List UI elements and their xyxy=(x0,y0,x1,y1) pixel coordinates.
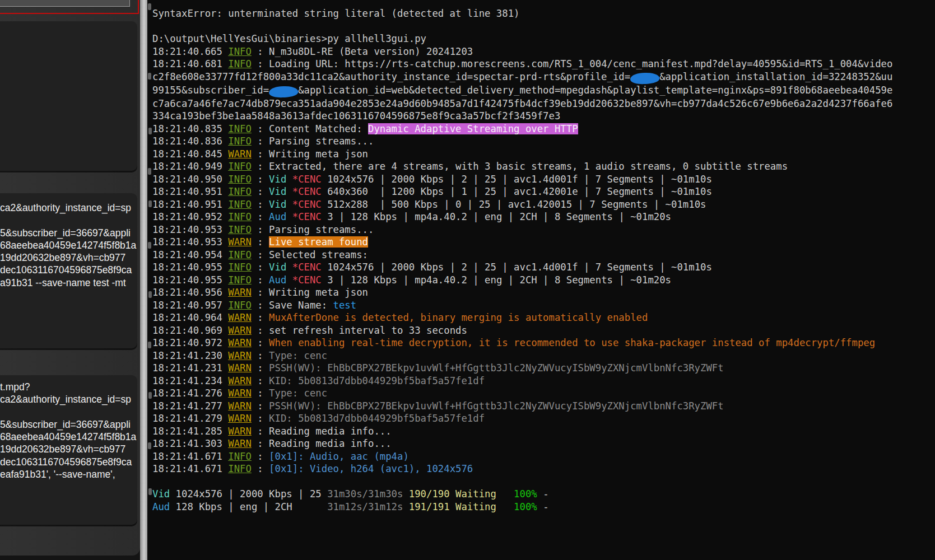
panel-text-line: 5&subscriber_id=36697&appli xyxy=(0,418,137,431)
screen: { "colors":{ "fg":"#cccccc","info":"#6f9… xyxy=(0,0,935,560)
terminal-line: Aud 128 Kbps | eng | 2CH 31m12s/31m12s 1… xyxy=(152,501,935,514)
terminal-line xyxy=(152,20,935,33)
terminal-line: 18:21:40.949 INFO : Extracted, there are… xyxy=(152,160,935,173)
panel-text-line: a91b31 --save-name test -mt xyxy=(0,277,137,289)
terminal-line: 18:21:41.303 WARN : Reading media info..… xyxy=(152,437,935,450)
terminal-line: 18:21:41.231 WARN : PSSH(WV): EhBbCBPX27… xyxy=(152,362,935,375)
terminal-line: 18:21:40.681 INFO : Loading URL: https:/… xyxy=(152,58,935,71)
terminal-line: 18:21:40.845 WARN : Writing meta json xyxy=(152,148,935,161)
terminal-line: 18:21:40.955 INFO : Vid *CENC 1024x576 |… xyxy=(152,261,935,274)
panel-text-line xyxy=(0,406,137,418)
terminal-line: SyntaxError: unterminated string literal… xyxy=(152,7,935,20)
terminal-line: Vid 1024x576 | 2000 Kbps | 25 31m30s/31m… xyxy=(152,488,935,501)
panel-text-line: 68aeebea40459e14274f5f8b1a xyxy=(0,431,137,443)
terminal-line: 334ca193bef3be1aa5848a3613afdec106311670… xyxy=(152,110,935,123)
terminal-line: 18:21:40.955 INFO : Aud *CENC 3 | 128 Kb… xyxy=(152,274,935,287)
panel-text-line xyxy=(0,214,137,226)
terminal-line: c2f8e608e33777fd12f800a33dc11ca2&authori… xyxy=(152,71,935,84)
terminal-line: 18:21:40.835 INFO : Content Matched: Dyn… xyxy=(152,123,935,136)
terminal-line: 18:21:40.957 INFO : Save Name: test xyxy=(152,299,935,312)
empty-text-panel[interactable] xyxy=(0,21,137,171)
terminal-line: c7a6ca7a46fe7ac74db879eca351ada904e2853e… xyxy=(152,97,935,110)
terminal-line: 18:21:41.671 INFO : [0x1]: Audio, aac (m… xyxy=(152,450,935,463)
terminal-line: 18:21:40.972 WARN : When enabling real-t… xyxy=(152,337,935,349)
terminal-line: 18:21:40.665 INFO : N_m3u8DL-RE (Beta ve… xyxy=(152,45,935,58)
url-text-panel[interactable]: ca2&authority_instance_id=sp 5&subscribe… xyxy=(0,193,137,348)
panel-text-line: 68aeebea40459e14274f5f8b1a xyxy=(0,239,137,251)
terminal-line: 18:21:40.956 WARN : Writing meta json xyxy=(152,286,935,299)
panel-text-line: ca2&authority_instance_id=sp xyxy=(0,393,137,405)
panel-text-line: dec1063116704596875e8f9ca xyxy=(0,456,137,468)
redaction-scribble: ##### xyxy=(269,85,299,97)
background-window-edge xyxy=(140,0,147,560)
terminal-line: 18:21:40.953 WARN : Live stream found xyxy=(152,236,935,249)
terminal-line: 18:21:40.950 INFO : Vid *CENC 1024x576 |… xyxy=(152,173,935,186)
panel-text-line: eafa91b31', '--save-name', xyxy=(0,468,137,480)
panel-text-line: t.mpd? xyxy=(0,381,137,393)
terminal-line: 18:21:41.277 WARN : PSSH(WV): EhBbCBPX27… xyxy=(152,400,935,413)
panel-text-line: 19dd20632be897&vh=cb977 xyxy=(0,443,137,455)
terminal-line: 18:21:40.952 INFO : Aud *CENC 3 | 128 Kb… xyxy=(152,211,935,223)
command-args-panel[interactable]: t.mpd?ca2&authority_instance_id=sp 5&sub… xyxy=(0,375,137,525)
terminal-line: 18:21:41.276 WARN : Type: cenc xyxy=(152,387,935,400)
redaction-scribble: ##### xyxy=(630,72,660,84)
terminal-body: SyntaxError: unterminated string literal… xyxy=(152,7,935,513)
terminal-line: 18:21:40.951 INFO : Vid *CENC 640x360 | … xyxy=(152,185,935,198)
terminal-line: 18:21:40.836 INFO : Parsing streams... xyxy=(152,135,935,148)
terminal-line: 18:21:40.954 INFO : Selected streams: xyxy=(152,249,935,262)
panel-text-line: ca2&authority_instance_id=sp xyxy=(0,202,137,214)
terminal-line: 18:21:40.964 WARN : MuxAfterDone is dete… xyxy=(152,311,935,324)
panel-text-line: 19dd20632be897&vh=cb977 xyxy=(0,251,137,264)
terminal-line: 18:21:40.969 WARN : set refresh interval… xyxy=(152,324,935,337)
terminal-line: 18:21:40.953 INFO : Parsing streams... xyxy=(152,223,935,236)
terminal-line: 18:21:41.234 WARN : KID: 5b0813d7dbb0449… xyxy=(152,375,935,388)
url-input-partial[interactable] xyxy=(0,0,130,7)
gui-window: ca2&authority_instance_id=sp 5&subscribe… xyxy=(0,0,140,556)
panel-text-line: dec1063116704596875e8f9ca xyxy=(0,264,137,276)
terminal-line: 18:21:41.285 WARN : Reading media info..… xyxy=(152,425,935,438)
terminal-line: 18:21:40.951 INFO : Vid *CENC 512x288 | … xyxy=(152,198,935,211)
terminal[interactable]: SyntaxError: unterminated string literal… xyxy=(147,0,935,560)
terminal-line: 18:21:41.230 WARN : Type: cenc xyxy=(152,349,935,362)
terminal-line: 99155&subscriber_id=#####&application_id… xyxy=(152,84,935,97)
terminal-line: D:\output\HellYesGui\binaries>py allhell… xyxy=(152,32,935,45)
terminal-line: 18:21:41.671 INFO : [0x1]: Video, h264 (… xyxy=(152,463,935,475)
terminal-line xyxy=(152,475,935,488)
terminal-line: 18:21:41.279 WARN : KID: 5b0813d7dbb0449… xyxy=(152,412,935,425)
panel-text-line: 5&subscriber_id=36697&appli xyxy=(0,227,137,239)
